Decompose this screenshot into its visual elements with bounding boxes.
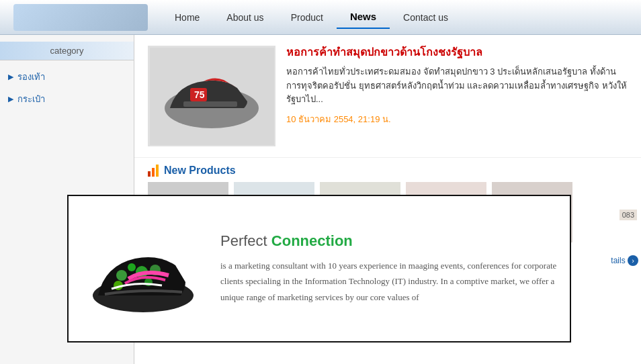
product-number: 083 — [619, 210, 637, 220]
svg-text:75: 75 — [194, 89, 205, 100]
arrow-icon-2: ▶ — [8, 95, 13, 103]
popup-modal: Perfect Connection is a marketing consul… — [67, 195, 571, 343]
header: Home About us Product News Contact us — [0, 0, 641, 35]
nav-home[interactable]: Home — [161, 7, 213, 28]
arrow-icon: ▶ — [8, 73, 13, 81]
sidebar-item-shoes[interactable]: ▶ รองเท้า — [0, 66, 134, 88]
bar3 — [156, 165, 159, 177]
nav-about[interactable]: About us — [213, 7, 277, 28]
news-image: 75 — [148, 46, 275, 146]
sidebar-item-shoes-label: รองเท้า — [17, 70, 45, 84]
popup-shoe-image — [79, 207, 207, 331]
popup-title-accent: Connection — [271, 232, 353, 249]
new-products-title: New Products — [164, 165, 236, 177]
news-body: หอการค้าไทยทั่วประเทศระดมสมอง จัดทำสมุดป… — [286, 65, 628, 107]
news-date: 10 ธันวาคม 2554, 21:19 น. — [286, 112, 628, 126]
bar2 — [152, 168, 155, 177]
popup-title-plain: Perfect — [220, 232, 271, 249]
sidebar-item-bags[interactable]: ▶ กระเป๋า — [0, 88, 134, 110]
logo — [13, 4, 148, 31]
sidebar-item-bags-label: กระเป๋า — [17, 92, 45, 106]
bar1 — [148, 171, 151, 177]
svg-rect-4 — [183, 101, 237, 107]
news-text-block: หอการค้าทำสมุดปกขาวด้านโกงชงรัฐบาล หอการ… — [286, 46, 628, 126]
new-products-header: New Products — [134, 158, 641, 182]
details-area: tails › — [611, 255, 638, 266]
nav-product[interactable]: Product — [277, 7, 337, 28]
news-title: หอการค้าทำสมุดปกขาวด้านโกงชงรัฐบาล — [286, 46, 628, 60]
bar-chart-icon — [148, 165, 159, 177]
nav-contact[interactable]: Contact us — [390, 7, 462, 28]
popup-title: Perfect Connection — [220, 232, 559, 250]
details-arrow-icon: › — [628, 255, 638, 266]
details-label[interactable]: tails › — [611, 255, 638, 266]
nav-news[interactable]: News — [337, 5, 390, 29]
nav-bar: Home About us Product News Contact us — [161, 5, 462, 29]
sidebar-title: category — [0, 42, 134, 60]
svg-point-14 — [128, 263, 136, 271]
popup-body: is a marketing consultant with 10 years … — [220, 258, 559, 305]
popup-text-block: Perfect Connection is a marketing consul… — [220, 232, 559, 305]
news-article: 75 หอการค้าทำสมุดปกขาวด้านโกงชงรัฐบาล หอ… — [134, 35, 641, 158]
svg-point-13 — [116, 270, 127, 281]
